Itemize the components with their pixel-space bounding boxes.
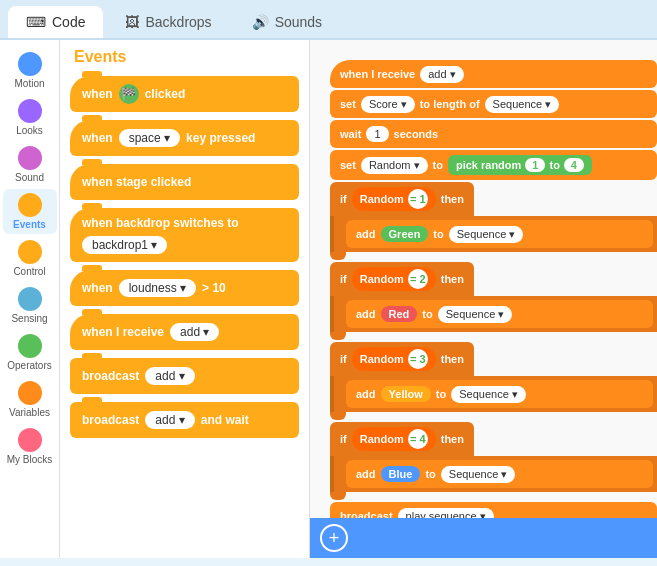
if-header-3[interactable]: if Random = 3 then xyxy=(330,342,474,376)
script-wait[interactable]: wait 1 seconds xyxy=(330,120,657,148)
cond-pill-2: Random = 2 xyxy=(352,267,436,291)
if-text-2: if xyxy=(340,273,347,285)
add-red[interactable]: add Red to Sequence ▾ xyxy=(346,300,653,328)
sidebar-item-looks[interactable]: Looks xyxy=(3,95,57,140)
if-text-1: if xyxy=(340,193,347,205)
sidebar-item-motion[interactable]: Motion xyxy=(3,48,57,93)
to-text: to length of xyxy=(420,98,480,110)
if-foot-3 xyxy=(330,412,346,420)
to-y-text: to xyxy=(436,388,446,400)
script-set-score[interactable]: set Score ▾ to length of Sequence ▾ xyxy=(330,90,657,118)
score-pill[interactable]: Score ▾ xyxy=(361,96,415,113)
motion-label: Motion xyxy=(14,78,44,89)
yellow-pill: Yellow xyxy=(381,386,431,402)
events-dot xyxy=(18,193,42,217)
sidebar-item-sound[interactable]: Sound xyxy=(3,142,57,187)
sidebar-item-variables[interactable]: Variables xyxy=(3,377,57,422)
variables-label: Variables xyxy=(9,407,50,418)
motion-dot xyxy=(18,52,42,76)
sr-pill[interactable]: add ▾ xyxy=(420,66,463,83)
looks-dot xyxy=(18,99,42,123)
if-body-2: add Red to Sequence ▾ xyxy=(330,296,657,332)
to-b-text: to xyxy=(425,468,435,480)
add-yellow[interactable]: add Yellow to Sequence ▾ xyxy=(346,380,653,408)
tab-code-label: Code xyxy=(52,14,85,30)
sidebar-item-operators[interactable]: Operators xyxy=(3,330,57,375)
pr-num1: 1 xyxy=(525,158,545,172)
broadcast-text: broadcast xyxy=(82,369,139,383)
broadcast-wait-pill[interactable]: add ▾ xyxy=(145,411,194,429)
bottom-bar: + xyxy=(310,518,657,558)
block-when-receive[interactable]: when I receive add ▾ xyxy=(70,314,299,350)
add-green[interactable]: add Green to Sequence ▾ xyxy=(346,220,653,248)
to-r-text: to xyxy=(422,308,432,320)
tab-code[interactable]: ⌨ Code xyxy=(8,6,103,38)
if-block-3: if Random = 3 then add Yellow to Sequenc… xyxy=(330,342,657,420)
sidebar-item-events[interactable]: Events xyxy=(3,189,57,234)
seconds-text: seconds xyxy=(394,128,439,140)
block-when-stage[interactable]: when stage clicked xyxy=(70,164,299,200)
script-area: when I receive add ▾ set Score ▾ to leng… xyxy=(310,40,657,558)
if-body-3: add Yellow to Sequence ▾ xyxy=(330,376,657,412)
backdrops-icon: 🖼 xyxy=(125,14,139,30)
seq-g-pill[interactable]: Sequence ▾ xyxy=(449,226,524,243)
if-body-4: add Blue to Sequence ▾ xyxy=(330,456,657,492)
block-when-key[interactable]: when space ▾ key pressed xyxy=(70,120,299,156)
if-text-3: if xyxy=(340,353,347,365)
add-extension-button[interactable]: + xyxy=(320,524,348,552)
sidebar-item-myblocks[interactable]: My Blocks xyxy=(3,424,57,469)
when-text: when xyxy=(82,87,113,101)
loudness-pill[interactable]: loudness ▾ xyxy=(119,279,196,297)
broadcast-pill[interactable]: add ▾ xyxy=(145,367,194,385)
script-stack: when I receive add ▾ set Score ▾ to leng… xyxy=(330,60,657,532)
myblocks-dot xyxy=(18,428,42,452)
tab-backdrops-label: Backdrops xyxy=(145,14,211,30)
myblocks-label: My Blocks xyxy=(7,454,53,465)
variables-dot xyxy=(18,381,42,405)
sounds-icon: 🔊 xyxy=(252,14,269,30)
receive-pill[interactable]: add ▾ xyxy=(170,323,219,341)
script-when-receive[interactable]: when I receive add ▾ xyxy=(330,60,657,88)
tab-backdrops[interactable]: 🖼 Backdrops xyxy=(107,6,229,38)
cond-pill-3: Random = 3 xyxy=(352,347,436,371)
eq-num-2: = 2 xyxy=(408,269,428,289)
set-text: set xyxy=(340,98,356,110)
key-pill[interactable]: space ▾ xyxy=(119,129,180,147)
backdrop-pill[interactable]: backdrop1 ▾ xyxy=(82,236,167,254)
if-header-4[interactable]: if Random = 4 then xyxy=(330,422,474,456)
if-foot-2 xyxy=(330,332,346,340)
flag-icon: 🏁 xyxy=(119,84,139,104)
key-pressed-text: key pressed xyxy=(186,131,255,145)
random-pill[interactable]: Random ▾ xyxy=(361,157,428,174)
script-set-random[interactable]: set Random ▾ to pick random 1 to 4 xyxy=(330,150,657,180)
to-g-text: to xyxy=(433,228,443,240)
wait-num: 1 xyxy=(366,126,388,142)
block-when-backdrop[interactable]: when backdrop switches to backdrop1 ▾ xyxy=(70,208,299,262)
sidebar-item-sensing[interactable]: Sensing xyxy=(3,283,57,328)
eq-num-1: = 1 xyxy=(408,189,428,209)
broadcast-wait-text: broadcast xyxy=(82,413,139,427)
backdrop-text: when backdrop switches to xyxy=(82,216,239,230)
operators-dot xyxy=(18,334,42,358)
cond-pill-4: Random = 4 xyxy=(352,427,436,451)
seq-y-pill[interactable]: Sequence ▾ xyxy=(451,386,526,403)
sidebar-item-control[interactable]: Control xyxy=(3,236,57,281)
set-r-text: set xyxy=(340,159,356,171)
tab-sounds-label: Sounds xyxy=(275,14,322,30)
tab-sounds[interactable]: 🔊 Sounds xyxy=(234,6,340,38)
seq-r-pill[interactable]: Sequence ▾ xyxy=(438,306,513,323)
blue-pill: Blue xyxy=(381,466,421,482)
if-header-2[interactable]: if Random = 2 then xyxy=(330,262,474,296)
block-broadcast[interactable]: broadcast add ▾ xyxy=(70,358,299,394)
block-when-flag[interactable]: when 🏁 clicked xyxy=(70,76,299,112)
seq-b-pill[interactable]: Sequence ▾ xyxy=(441,466,516,483)
sequence-pill[interactable]: Sequence ▾ xyxy=(485,96,560,113)
add-blue[interactable]: add Blue to Sequence ▾ xyxy=(346,460,653,488)
block-broadcast-wait[interactable]: broadcast add ▾ and wait xyxy=(70,402,299,438)
block-when-loudness[interactable]: when loudness ▾ > 10 xyxy=(70,270,299,306)
wait-text: wait xyxy=(340,128,361,140)
if-block-2: if Random = 2 then add Red to Sequence ▾ xyxy=(330,262,657,340)
if-header-1[interactable]: if Random = 1 then xyxy=(330,182,474,216)
tab-bar: ⌨ Code 🖼 Backdrops 🔊 Sounds xyxy=(0,0,657,40)
pr-num2: 4 xyxy=(564,158,584,172)
